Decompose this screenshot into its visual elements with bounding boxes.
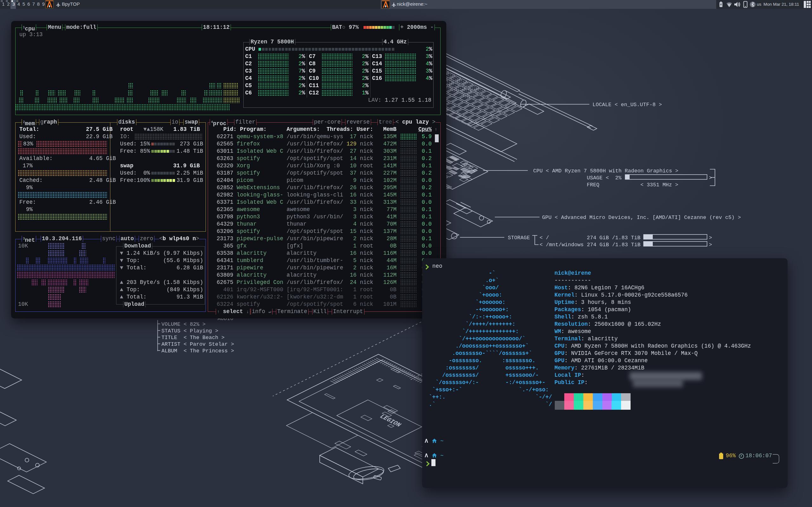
svg-text:USAGE < 2%: USAGE < 2% bbox=[587, 175, 622, 181]
svg-text:>: > bbox=[709, 235, 712, 241]
svg-text:CPU < AMD Ryzen 7 5800H with R: CPU < AMD Ryzen 7 5800H with Radeon Grap… bbox=[533, 168, 678, 174]
svg-text:ALBUM < The Princess >: ALBUM < The Princess > bbox=[161, 348, 234, 354]
svg-text:FREQ: FREQ bbox=[587, 182, 600, 188]
svg-text:>: > bbox=[709, 242, 712, 248]
svg-text:>: > bbox=[709, 175, 712, 181]
svg-text:274 GiB /1.83 TiB: 274 GiB /1.83 TiB bbox=[587, 235, 641, 241]
svg-text:STORAGE: STORAGE bbox=[508, 235, 530, 241]
svg-text:GPU < Advanced Micro Devices,: GPU < Advanced Micro Devices, Inc. [AMD/… bbox=[542, 215, 741, 221]
svg-text:STATUS < Playing >: STATUS < Playing > bbox=[161, 328, 218, 334]
svg-text:< /: < / bbox=[540, 235, 549, 241]
svg-text:LOCALE < en_US.UTF-8 >: LOCALE < en_US.UTF-8 > bbox=[593, 102, 662, 108]
svg-text:ARTIST < Parov Stelar >: ARTIST < Parov Stelar > bbox=[161, 341, 234, 347]
svg-text:VOLUME < 82% >: VOLUME < 82% > bbox=[161, 321, 206, 327]
svg-text:TITLE < The Beach >: TITLE < The Beach > bbox=[161, 335, 224, 341]
svg-text:< /mnt/windows 274 GiB /1.83 T: < /mnt/windows 274 GiB /1.83 TiB bbox=[540, 242, 641, 248]
svg-text:< 3351 MHz >: < 3351 MHz > bbox=[641, 182, 678, 188]
